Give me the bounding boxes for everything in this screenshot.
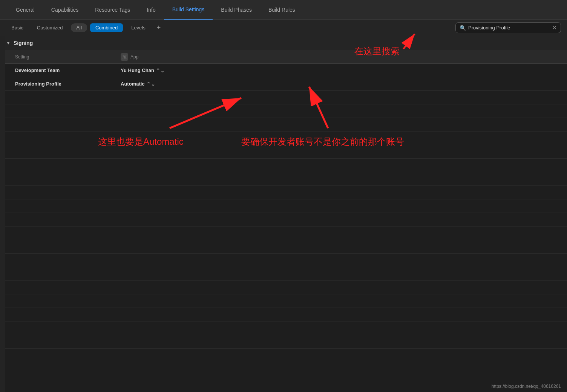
left-sidebar-strip xyxy=(0,36,5,392)
tab-build-rules[interactable]: Build Rules xyxy=(260,0,303,20)
toolbar: Basic Customized All Combined Levels + 🔍… xyxy=(0,20,567,36)
combined-button[interactable]: Combined xyxy=(90,23,123,32)
customized-button[interactable]: Customized xyxy=(32,23,68,32)
collapse-triangle[interactable]: ▼ xyxy=(6,40,11,46)
table-header: Setting 葱 App xyxy=(0,50,567,64)
levels-button[interactable]: Levels xyxy=(126,23,151,32)
value-development-team[interactable]: Yu Hung Chan ⌃⌄ xyxy=(121,67,567,74)
tab-resource-tags[interactable]: Resource Tags xyxy=(87,0,138,20)
table-row: Provisioning Profile Automatic ⌃⌄ xyxy=(0,77,567,91)
basic-button[interactable]: Basic xyxy=(6,23,29,32)
empty-row xyxy=(0,294,567,308)
tab-build-settings[interactable]: Build Settings xyxy=(164,0,213,20)
empty-row xyxy=(0,308,567,322)
col-app-header: 葱 App xyxy=(121,53,567,61)
empty-row xyxy=(0,104,567,118)
development-team-stepper[interactable]: ⌃⌄ xyxy=(156,67,165,74)
app-icon: 葱 xyxy=(121,53,128,61)
search-icon: 🔍 xyxy=(460,25,466,31)
empty-row xyxy=(0,118,567,132)
empty-row xyxy=(0,213,567,227)
provisioning-profile-stepper[interactable]: ⌃⌄ xyxy=(146,81,155,87)
all-button[interactable]: All xyxy=(71,23,87,32)
setting-provisioning-profile: Provisioning Profile xyxy=(0,81,121,87)
watermark: https://blog.csdn.net/qq_40616261 xyxy=(492,384,561,389)
col-setting-header: Setting xyxy=(0,54,121,60)
empty-row xyxy=(0,145,567,159)
provisioning-profile-value: Automatic xyxy=(121,81,145,87)
empty-row xyxy=(0,281,567,294)
empty-row xyxy=(0,172,567,186)
empty-row xyxy=(0,254,567,267)
development-team-value: Yu Hung Chan xyxy=(121,67,154,73)
tab-general[interactable]: General xyxy=(8,0,43,20)
col-app-label: App xyxy=(130,54,138,60)
search-input[interactable] xyxy=(468,25,550,31)
tab-capabilities[interactable]: Capabilities xyxy=(43,0,87,20)
search-box: 🔍 ✕ xyxy=(455,22,561,33)
add-button[interactable]: + xyxy=(154,24,164,32)
value-provisioning-profile[interactable]: Automatic ⌃⌄ xyxy=(121,81,567,87)
section-title: Signing xyxy=(14,40,33,46)
empty-row xyxy=(0,335,567,349)
empty-row xyxy=(0,91,567,104)
empty-row xyxy=(0,186,567,199)
setting-development-team: Development Team xyxy=(0,67,121,73)
empty-row xyxy=(0,199,567,213)
table-row: Development Team Yu Hung Chan ⌃⌄ xyxy=(0,64,567,77)
empty-row xyxy=(0,267,567,281)
empty-row xyxy=(0,132,567,145)
empty-row xyxy=(0,159,567,172)
build-settings-table: Setting 葱 App Development Team Yu Hung C… xyxy=(0,50,567,392)
tab-build-phases[interactable]: Build Phases xyxy=(213,0,260,20)
tab-info[interactable]: Info xyxy=(138,0,164,20)
content-area: ▼ Signing Setting 葱 App Development Team… xyxy=(0,36,567,392)
empty-row xyxy=(0,227,567,240)
empty-row xyxy=(0,349,567,362)
empty-row xyxy=(0,240,567,254)
clear-search-button[interactable]: ✕ xyxy=(552,24,557,31)
empty-row xyxy=(0,322,567,335)
section-header: ▼ Signing xyxy=(0,36,567,50)
tab-bar: General Capabilities Resource Tags Info … xyxy=(0,0,567,20)
